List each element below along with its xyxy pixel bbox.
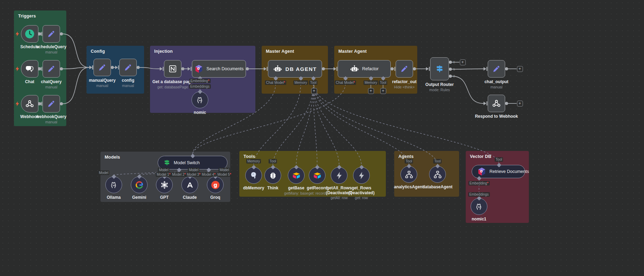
node-subtitle: manual	[45, 85, 57, 90]
node-chat-query[interactable]	[43, 60, 60, 78]
connector-label: Model	[98, 170, 109, 175]
node-label: Output Routermode: Rules	[425, 82, 454, 92]
node-label: Ollama	[107, 195, 121, 200]
connector-label: Tool	[405, 159, 413, 164]
node-database-agent[interactable]	[429, 166, 446, 183]
pencil-icon	[47, 64, 56, 73]
node-claude[interactable]	[181, 176, 198, 193]
node-subtitle: manual	[96, 83, 108, 88]
connector-label-text: Tool	[380, 81, 386, 85]
router-output-label: 1	[453, 67, 455, 71]
node-ollama-model[interactable]	[105, 176, 122, 193]
trigger-bolt-icon	[15, 101, 20, 108]
postgres-icon	[249, 171, 258, 180]
node-subtitle: manual	[122, 83, 134, 88]
required-asterisk: *	[169, 173, 171, 176]
node-label-text: Gemini	[132, 195, 147, 200]
node-search-documents[interactable]: Search Documents	[192, 60, 246, 78]
add-connection-button[interactable]: +	[380, 88, 386, 94]
router-output-label: 2	[453, 74, 455, 78]
connector-label-text: Tool	[406, 159, 412, 163]
workflow-canvas[interactable]: TriggersConfigInjectionMaster AgentMaste…	[0, 0, 644, 276]
node-label: nomic1	[472, 217, 486, 222]
connector-label: Model 5*	[216, 172, 232, 177]
pencil-icon	[47, 99, 56, 108]
node-label: Claude	[183, 195, 197, 200]
connector-label: Model 1*	[156, 172, 171, 177]
notion-icon	[168, 64, 177, 73]
node-gemini[interactable]	[131, 176, 148, 193]
openai-icon	[160, 181, 169, 189]
node-label: chat_outputmanual	[485, 80, 509, 89]
node-respond-to-webhook[interactable]	[488, 95, 505, 112]
node-schedule-query[interactable]	[43, 25, 60, 43]
node-nomic1[interactable]	[471, 198, 487, 215]
connector-label-text: Memory	[294, 81, 307, 85]
node-webhook[interactable]	[21, 95, 38, 112]
node-label: Respond to Webhook	[475, 114, 518, 119]
node-label: Groq	[210, 195, 220, 200]
required-asterisk: *	[208, 79, 209, 83]
node-analytics-agent[interactable]	[400, 166, 417, 183]
add-connection-button[interactable]: +	[517, 66, 523, 72]
node-webhook-query[interactable]	[43, 95, 60, 112]
node-label-text: dbMemory	[243, 186, 264, 191]
connector-label-text: Embeddings	[469, 193, 489, 196]
node-label: nomic	[194, 110, 206, 115]
node-output-router[interactable]	[430, 57, 449, 80]
node-get-database-page[interactable]	[164, 60, 181, 78]
node-nomic[interactable]	[192, 92, 208, 108]
robot-icon	[273, 64, 282, 73]
add-connection-button[interactable]: +	[311, 88, 317, 94]
node-get-all-rows[interactable]	[331, 167, 347, 184]
pencil-icon	[98, 63, 107, 72]
node-think[interactable]	[264, 167, 281, 184]
node-groq[interactable]: g	[207, 176, 224, 193]
node-label: databaseAgent	[422, 185, 452, 190]
node-label-text: refactor_out	[392, 80, 417, 85]
add-connection-button[interactable]: +	[517, 101, 523, 107]
node-refactor[interactable]: Refactor	[338, 60, 391, 78]
node-db-agent[interactable]: DB AGENT	[268, 60, 322, 78]
node-label-text: Claude	[183, 195, 197, 200]
ollama-icon	[110, 181, 118, 189]
node-schedule[interactable]	[21, 25, 38, 43]
add-connection-button[interactable]: +	[460, 59, 466, 65]
node-config[interactable]	[119, 59, 137, 76]
node-label: get_Rows(Deactivated)get: row	[348, 186, 374, 201]
node-refactor-out[interactable]	[396, 60, 413, 78]
node-db-memory[interactable]	[245, 167, 262, 184]
connector-label-text: Tool	[434, 159, 441, 163]
node-label-text: webhookQuery	[36, 115, 67, 119]
connector-label-text: Model 5	[217, 173, 230, 176]
node-get-rows[interactable]	[353, 167, 370, 184]
connector-label: Tool	[495, 157, 503, 162]
svg-text:g: g	[214, 182, 217, 188]
node-chat[interactable]	[21, 60, 38, 78]
node-get-record[interactable]	[309, 167, 325, 184]
required-asterisk: *	[230, 173, 231, 176]
webhook-icon	[25, 99, 34, 108]
node-gpt[interactable]	[156, 176, 173, 193]
node-label: webhookQuerymanual	[36, 115, 67, 124]
qdrant-icon	[194, 64, 203, 73]
connector-label-text: Model	[99, 171, 108, 175]
node-subtitle: Hide <think>	[394, 85, 415, 90]
node-label-text: Chat	[25, 80, 35, 85]
node-manual-query[interactable]	[93, 59, 111, 76]
sitemap-icon	[433, 170, 442, 179]
pencil-icon	[492, 64, 501, 73]
node-label-text: GPT	[160, 195, 169, 200]
bolt-icon	[335, 171, 344, 180]
connector-label: Memory	[364, 80, 378, 85]
node-label: chatQuerymanual	[41, 80, 61, 89]
connector-label-text: Tool	[310, 81, 316, 85]
node-label-text: Think	[267, 186, 278, 191]
node-label: refactor_outHide <think>	[392, 80, 417, 89]
node-label: Chat	[25, 80, 35, 85]
node-subtitle: manual	[45, 50, 57, 55]
router-output-label: 0	[453, 60, 455, 64]
node-chat-output[interactable]	[488, 60, 505, 78]
node-get-base[interactable]	[288, 167, 305, 184]
add-connection-button[interactable]: +	[368, 88, 374, 94]
